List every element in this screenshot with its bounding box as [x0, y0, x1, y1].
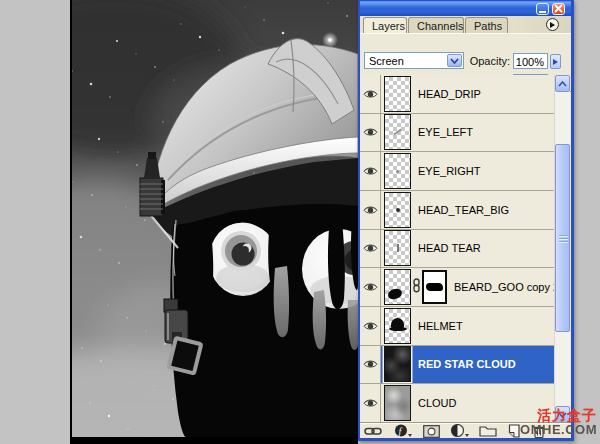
visibility-toggle[interactable] [360, 268, 381, 306]
scroll-down-button[interactable] [555, 406, 570, 423]
layer-row-body-selected[interactable]: RED STAR CLOUD [381, 346, 554, 384]
mask-blob [426, 283, 443, 291]
layer-thumbnail[interactable] [384, 153, 411, 189]
layer-name[interactable]: RED STAR CLOUD [418, 358, 516, 370]
eye-icon [363, 243, 378, 253]
layer-style-icon[interactable]: f [388, 424, 417, 438]
blend-mode-value: Screen [369, 55, 404, 67]
tab-bar: Layers Channels Paths [360, 16, 571, 33]
layer-thumbnail[interactable] [384, 76, 411, 112]
opacity-slider-arrow[interactable] [550, 54, 561, 69]
visibility-toggle[interactable] [360, 75, 381, 113]
layer-row-body[interactable]: EYE_RIGHT [381, 152, 554, 190]
layer-thumbnail[interactable] [384, 230, 411, 266]
palette-body: Layers Channels Paths Screen Opacity: 10… [360, 16, 571, 438]
chevron-up-icon [558, 81, 567, 87]
layer-row[interactable]: EYE_LEFT [360, 114, 554, 153]
layer-thumbnail[interactable] [384, 114, 411, 150]
layer-row[interactable]: BEARD_GOO copy 2 [360, 268, 554, 307]
layer-name[interactable]: HEAD_TEAR_BIG [418, 204, 509, 216]
layer-row[interactable]: CLOUD [360, 384, 554, 423]
blend-mode-select[interactable]: Screen [364, 52, 464, 69]
tab-paths[interactable]: Paths [465, 17, 508, 33]
scrollbar[interactable] [554, 75, 570, 423]
eye-icon [363, 205, 378, 215]
layer-row-body[interactable]: HELMET [381, 307, 554, 345]
layer-name[interactable]: EYE_LEFT [418, 126, 473, 138]
opacity-input[interactable]: 100% [513, 53, 548, 69]
layer-mask-thumbnail[interactable] [422, 270, 447, 304]
link-layers-icon[interactable] [360, 424, 388, 438]
eye-icon [363, 359, 378, 369]
layer-row-body[interactable]: BEARD_GOO copy 2 [381, 268, 554, 306]
visibility-toggle[interactable] [360, 230, 381, 268]
layer-thumbnail[interactable] [384, 192, 411, 228]
eye-icon [363, 127, 378, 137]
menu-arrow-icon [550, 22, 555, 28]
thumbnail-content-mark [396, 208, 400, 212]
eye-icon [363, 282, 378, 292]
arrow-right-icon [553, 59, 558, 65]
layer-name[interactable]: HELMET [418, 320, 463, 332]
layer-row-body[interactable]: HEAD_DRIP [381, 75, 554, 113]
new-group-folder-icon[interactable] [474, 424, 501, 438]
thumbnail-content-mark [396, 170, 399, 173]
canvas-artwork [72, 0, 358, 437]
scrollbar-thumb[interactable] [555, 144, 570, 332]
thumb-grip [559, 235, 568, 243]
visibility-toggle[interactable] [360, 152, 381, 190]
layer-list: HEAD_DRIPEYE_LEFTEYE_RIGHTHEAD_TEAR_BIGH… [360, 75, 554, 423]
eye-icon [363, 398, 378, 408]
layer-thumbnail[interactable] [384, 346, 411, 382]
eye-icon [363, 166, 378, 176]
link-icon [412, 278, 421, 293]
scroll-up-button[interactable] [555, 75, 570, 92]
layer-name[interactable]: EYE_RIGHT [418, 165, 480, 177]
layer-thumbnail[interactable] [384, 269, 411, 305]
chevron-down-icon [558, 412, 567, 418]
opacity-label: Opacity: [456, 55, 510, 67]
minimize-icon [539, 11, 546, 13]
thumbnail-content-mark [397, 244, 399, 252]
layer-row[interactable]: HEAD TEAR [360, 230, 554, 269]
document-canvas[interactable] [70, 0, 358, 444]
layer-row[interactable]: HEAD_TEAR_BIG [360, 191, 554, 230]
visibility-toggle[interactable] [360, 114, 381, 152]
layer-thumbnail[interactable] [384, 308, 411, 344]
layer-row-body[interactable]: HEAD_TEAR_BIG [381, 191, 554, 229]
visibility-toggle[interactable] [360, 191, 381, 229]
mask-link[interactable] [411, 278, 422, 297]
eye-icon [363, 321, 378, 331]
visibility-toggle[interactable] [360, 346, 381, 384]
application-window: Layers Channels Paths Screen Opacity: 10… [0, 0, 600, 444]
add-layer-mask-icon[interactable] [417, 424, 445, 438]
layer-row-body[interactable]: CLOUD [381, 384, 554, 422]
eye-icon [363, 89, 378, 99]
palette-menu-button[interactable] [546, 18, 559, 31]
layer-thumbnail[interactable] [384, 385, 411, 421]
layer-name[interactable]: BEARD_GOO copy 2 [454, 281, 554, 293]
new-layer-icon[interactable] [501, 424, 527, 438]
delete-layer-trash-icon[interactable] [527, 424, 551, 438]
layer-name[interactable]: HEAD_DRIP [418, 88, 481, 100]
layer-name[interactable]: HEAD TEAR [418, 242, 481, 254]
layer-row-body[interactable]: HEAD TEAR [381, 230, 554, 268]
layer-row[interactable]: EYE_RIGHT [360, 152, 554, 191]
layer-row[interactable]: HEAD_DRIP [360, 75, 554, 114]
thumbnail-content-mark [393, 129, 402, 136]
thumbnail-content-mark [387, 288, 402, 300]
layers-palette-window: Layers Channels Paths Screen Opacity: 10… [358, 0, 574, 441]
layers-toolbar: f [360, 423, 571, 438]
close-button[interactable] [552, 3, 565, 15]
tab-layers[interactable]: Layers [363, 17, 407, 33]
new-adjustment-layer-icon[interactable] [445, 424, 474, 438]
layer-row-body[interactable]: EYE_LEFT [381, 114, 554, 152]
minimize-button[interactable] [536, 3, 549, 15]
visibility-toggle[interactable] [360, 384, 381, 422]
layer-row[interactable]: HELMET [360, 307, 554, 346]
layer-name[interactable]: CLOUD [418, 397, 457, 409]
tab-channels[interactable]: Channels [408, 17, 464, 33]
layer-row[interactable]: RED STAR CLOUD [360, 346, 554, 385]
visibility-toggle[interactable] [360, 307, 381, 345]
titlebar[interactable] [360, 1, 571, 16]
